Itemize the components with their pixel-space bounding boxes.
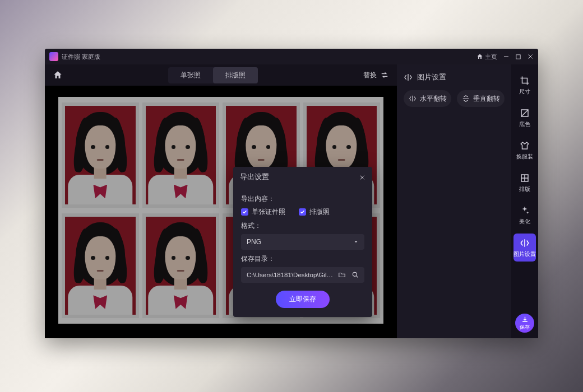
- app-title: 证件照 家庭版: [62, 53, 100, 61]
- panel-title: 图片设置: [417, 72, 446, 82]
- swap-icon: [380, 71, 389, 79]
- tab-single-photo[interactable]: 单张照: [168, 67, 213, 83]
- tool-size[interactable]: 尺寸: [513, 71, 536, 99]
- save-dir-label: 保存目录：: [241, 254, 364, 264]
- folder-icon: [338, 271, 346, 279]
- sparkle-icon: [520, 206, 530, 216]
- replace-label: 替换: [363, 71, 377, 80]
- check-icon: [242, 209, 247, 214]
- save-dir-input[interactable]: [247, 272, 334, 278]
- main-column: 单张照 排版照 替换: [45, 64, 397, 338]
- minimize-icon[interactable]: [503, 53, 510, 60]
- flip-icon: [520, 238, 530, 248]
- view-mode-tabs: 单张照 排版照: [168, 67, 258, 83]
- crop-icon: [520, 76, 530, 86]
- svg-point-2: [353, 272, 357, 276]
- checkbox-single-photo[interactable]: 单张证件照: [241, 207, 285, 217]
- checkbox-layout-photo[interactable]: 排版照: [299, 207, 330, 217]
- tab-layout-photo[interactable]: 排版照: [213, 67, 258, 83]
- close-icon[interactable]: [527, 53, 534, 60]
- canvas-area: 导出设置 导出内容： 单张证件照: [45, 86, 397, 338]
- save-now-button[interactable]: 立即保存: [276, 291, 330, 308]
- tool-layout[interactable]: 排版: [513, 169, 536, 197]
- svg-rect-1: [516, 54, 520, 58]
- app-logo-icon: [49, 52, 58, 61]
- maximize-icon[interactable]: [515, 54, 521, 60]
- flip-vertical-icon: [462, 95, 470, 102]
- save-fab[interactable]: 保存: [515, 314, 534, 333]
- titlebar: 证件照 家庭版 主页: [45, 49, 538, 64]
- flip-icon: [404, 73, 413, 82]
- grid-icon: [520, 173, 530, 183]
- flip-vertical-button[interactable]: 垂直翻转: [457, 90, 505, 107]
- home-link[interactable]: 主页: [476, 53, 497, 61]
- reveal-in-explorer-button[interactable]: [350, 269, 361, 281]
- nav-home-button[interactable]: [53, 70, 63, 80]
- background-icon: [520, 108, 530, 118]
- format-select[interactable]: PNG: [241, 234, 364, 250]
- export-content-label: 导出内容：: [241, 194, 364, 204]
- dialog-close-button[interactable]: [359, 174, 365, 181]
- home-icon: [476, 53, 483, 60]
- check-icon: [300, 209, 305, 214]
- svg-rect-0: [504, 57, 508, 57]
- replace-button[interactable]: 替换: [363, 71, 389, 80]
- shirt-icon: [520, 141, 530, 151]
- save-dir-field: [241, 267, 364, 283]
- flip-horizontal-icon: [409, 95, 417, 102]
- close-icon: [359, 174, 365, 181]
- download-icon: [521, 316, 529, 323]
- export-dialog: 导出设置 导出内容： 单张证件照: [233, 167, 372, 317]
- browse-folder-button[interactable]: [336, 269, 348, 281]
- format-value: PNG: [247, 238, 261, 246]
- format-label: 格式：: [241, 221, 364, 231]
- app-window: 证件照 家庭版 主页 单张照 排版照 替: [45, 49, 538, 338]
- tool-rail: 尺寸 底色 换服装 排版 美化 图片设置: [511, 64, 538, 338]
- flip-horizontal-button[interactable]: 水平翻转: [404, 90, 451, 107]
- tool-beauty[interactable]: 美化: [513, 201, 536, 229]
- home-icon: [53, 70, 63, 80]
- tool-clothes[interactable]: 换服装: [513, 136, 536, 164]
- tool-image-settings[interactable]: 图片设置: [513, 234, 536, 262]
- search-icon: [351, 271, 359, 279]
- dialog-title: 导出设置: [240, 172, 269, 182]
- tool-background[interactable]: 底色: [513, 104, 536, 132]
- chevron-down-icon: [353, 239, 359, 245]
- image-settings-panel: 图片设置 水平翻转 垂直翻转: [397, 64, 511, 338]
- main-toolbar: 单张照 排版照 替换: [45, 64, 397, 86]
